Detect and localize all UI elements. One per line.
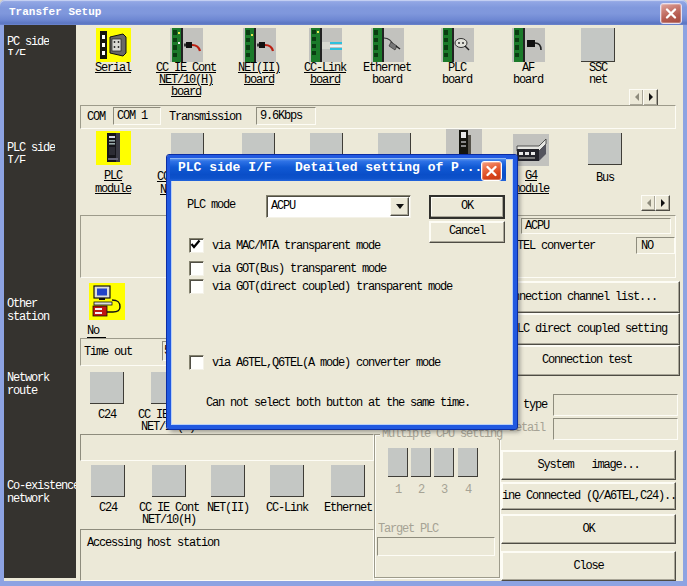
plc-side-option-plc-module[interactable]: PLC module bbox=[81, 131, 145, 196]
pc-side-option-label: CC IE Cont NET/10(H) board bbox=[153, 62, 219, 98]
checkbox-got-bus[interactable] bbox=[189, 261, 204, 276]
coexistence-label: CC-Link bbox=[255, 502, 319, 514]
sidebar-label-other-station: Other station bbox=[7, 298, 49, 324]
pc-side-option-net2-board[interactable]: NET(II) board bbox=[227, 28, 291, 86]
transmission-speed-field[interactable]: 9.6Kbps bbox=[256, 107, 316, 125]
coexistence-label: CC IE Cont NET/10(H) bbox=[137, 502, 201, 526]
cpu-slot-1[interactable] bbox=[388, 448, 408, 477]
close-icon bbox=[661, 4, 681, 23]
cpu-slot-number: 2 bbox=[418, 484, 424, 496]
dialog-note: Can not select both button at the same t… bbox=[206, 397, 470, 409]
cpu-mode-value: ACPU bbox=[522, 219, 670, 232]
af-board-icon bbox=[512, 28, 545, 62]
cpu-slot-number: 1 bbox=[395, 484, 401, 496]
arrow-right-icon bbox=[649, 93, 653, 101]
other-station-option-no[interactable] bbox=[87, 283, 127, 320]
cpu-slot-4[interactable] bbox=[458, 448, 478, 477]
pc-side-option-label: Serial bbox=[81, 62, 145, 74]
sidebar-label-network-route: Network route bbox=[7, 372, 49, 398]
window-titlebar[interactable]: Transfer Setup bbox=[0, 0, 687, 25]
plc-mode-value: ACPU bbox=[267, 196, 410, 212]
timeout-label: Time out bbox=[84, 346, 132, 358]
pc-side-option-label: CC-Link board bbox=[293, 62, 357, 86]
section-sidebar: PC side I/F PLC side I/F Other station N… bbox=[4, 25, 76, 578]
coexistence-option-cclink[interactable] bbox=[270, 465, 304, 497]
target-plc-label: Target PLC bbox=[378, 523, 438, 535]
pc-side-option-ccie-board[interactable]: CC IE Cont NET/10(H) board bbox=[153, 28, 219, 98]
pc-side-option-label: PLC board bbox=[425, 62, 489, 86]
checkbox-got-direct[interactable] bbox=[189, 279, 204, 294]
pc-side-option-serial[interactable]: Serial bbox=[81, 28, 145, 74]
dialog-ok-button[interactable]: OK bbox=[429, 195, 505, 219]
plc-board-icon bbox=[441, 28, 474, 62]
coexistence-label: NET(II) bbox=[196, 502, 260, 514]
pc-side-option-cclink-board[interactable]: CC-Link board bbox=[293, 28, 357, 86]
close-button[interactable]: Close bbox=[501, 551, 676, 581]
target-plc-field bbox=[377, 537, 495, 556]
cpu-slot-number: 4 bbox=[465, 484, 471, 496]
coexistence-option-c24[interactable] bbox=[91, 465, 125, 497]
checkbox-a6tel-converter[interactable] bbox=[189, 355, 204, 370]
line-connected-button[interactable]: ine Connected (Q/A6TEL,C24).. bbox=[501, 482, 676, 510]
pc-side-scroll-left-button[interactable] bbox=[629, 89, 644, 106]
transfer-setup-window: Transfer Setup PC side I/F PLC side I/F … bbox=[0, 0, 687, 586]
check-icon bbox=[190, 239, 201, 250]
plc-side-scroll-left-button[interactable] bbox=[641, 195, 656, 211]
pc-side-scroll-right-button[interactable] bbox=[643, 89, 658, 106]
arrow-right-icon bbox=[661, 199, 665, 207]
plc-side-detail-dialog: PLC side I/F Detailed setting of P... PL… bbox=[167, 155, 517, 429]
cpu-slot-2[interactable] bbox=[411, 448, 431, 477]
pc-side-option-ethernet-board[interactable]: Ethernet board bbox=[355, 28, 419, 86]
status-text: Accessing host station bbox=[81, 530, 373, 549]
plc-side-option-label: Bus bbox=[573, 172, 637, 185]
ssc-net-icon bbox=[581, 28, 615, 62]
other-station-no-label[interactable]: No bbox=[87, 325, 106, 338]
plc-side-scroll-right-button[interactable] bbox=[655, 195, 670, 211]
com-port-value: COM 1 bbox=[114, 108, 160, 122]
ok-button[interactable]: OK bbox=[501, 514, 676, 544]
dialog-cancel-button[interactable]: Cancel bbox=[429, 221, 505, 243]
pc-side-option-ssc-net[interactable]: SSC net bbox=[566, 28, 630, 86]
coexistence-option-net2[interactable] bbox=[211, 465, 245, 497]
checkbox-label: via GOT(Bus) transparent mode bbox=[212, 263, 386, 275]
network-route-option-c24[interactable] bbox=[90, 372, 124, 404]
bus-icon bbox=[588, 133, 622, 165]
no-station-icon bbox=[89, 283, 125, 320]
sidebar-label-coexistence: Co-existence network bbox=[7, 480, 76, 506]
checkbox-mac-mta[interactable] bbox=[189, 238, 204, 253]
dialog-titlebar[interactable]: PLC side I/F Detailed setting of P... bbox=[170, 158, 506, 181]
net2-board-icon bbox=[243, 28, 276, 62]
plc-side-option-bus[interactable]: Bus bbox=[573, 133, 637, 185]
plc-mode-label: PLC mode bbox=[187, 199, 235, 211]
g4-module-icon bbox=[513, 134, 549, 166]
a6tel-converter-field: NO bbox=[636, 237, 675, 254]
cpu-mode-field: ACPU bbox=[521, 218, 671, 234]
coexistence-option-ccie[interactable] bbox=[152, 465, 186, 497]
plc-module-icon bbox=[96, 131, 131, 165]
cpu-slot-3[interactable] bbox=[434, 448, 454, 477]
sidebar-label-plc-side: PLC side I/F bbox=[7, 142, 55, 163]
system-image-button[interactable]: System image... bbox=[501, 450, 676, 480]
combobox-dropdown-button[interactable] bbox=[390, 197, 409, 216]
checkbox-label: via GOT(direct coupled) transparent mode bbox=[212, 281, 452, 293]
serial-icon bbox=[96, 28, 131, 62]
coexistence-option-ethernet[interactable] bbox=[331, 465, 365, 497]
cpu-slot-number: 3 bbox=[441, 484, 447, 496]
pc-side-option-af-board[interactable]: AF board bbox=[496, 28, 560, 86]
checkbox-label: via A6TEL,Q6TEL(A mode) converter mode bbox=[212, 357, 440, 369]
multiple-cpu-title: Multiple CPU setting bbox=[380, 428, 504, 440]
plc-side-option-label: PLC module bbox=[81, 170, 145, 196]
plc-mode-combobox[interactable]: ACPU bbox=[266, 195, 411, 218]
window-close-button[interactable] bbox=[660, 3, 682, 24]
chevron-down-icon bbox=[396, 204, 404, 209]
pc-side-option-plc-board[interactable]: PLC board bbox=[425, 28, 489, 86]
arrow-left-icon bbox=[647, 199, 651, 207]
ethernet-board-icon bbox=[371, 28, 404, 62]
sidebar-label-pc-side: PC side I/F bbox=[7, 36, 49, 55]
com-port-field[interactable]: COM 1 bbox=[113, 107, 161, 125]
button-label: OK bbox=[430, 196, 504, 212]
dialog-close-button[interactable] bbox=[481, 161, 502, 181]
cpu-type-field bbox=[553, 394, 678, 416]
button-label: OK bbox=[502, 515, 675, 535]
dialog-title: PLC side I/F Detailed setting of P... bbox=[178, 162, 482, 174]
